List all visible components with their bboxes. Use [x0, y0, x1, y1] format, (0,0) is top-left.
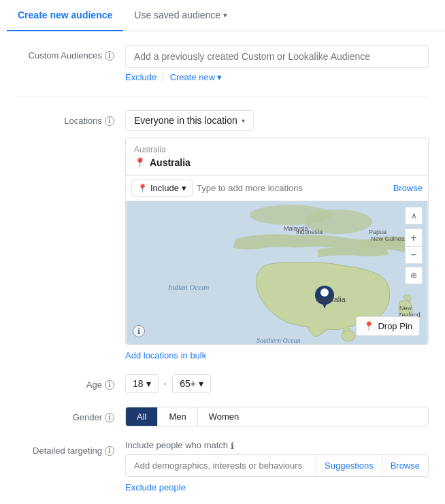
age-row: Age ℹ 18 ▾ - 65+ ▾: [16, 374, 429, 393]
suggestions-button[interactable]: Suggestions: [316, 455, 382, 476]
location-selected-area: Australia 📍 Australia: [126, 138, 428, 175]
drop-pin-icon: 📍: [363, 321, 374, 331]
custom-audiences-content: Exclude | Create new ▾: [125, 45, 429, 82]
tab-create-new[interactable]: Create new audience: [7, 0, 123, 31]
drop-pin-button[interactable]: 📍 Drop Pin: [356, 316, 420, 336]
location-item-name: Australia: [150, 157, 191, 168]
age-min-select[interactable]: 18 ▾: [125, 374, 159, 393]
svg-point-3: [342, 331, 355, 341]
create-new-button[interactable]: Create new ▾: [170, 72, 222, 82]
gender-group: All Men Women: [125, 407, 429, 426]
audience-tabs: Create new audience Use saved audience ▾: [0, 0, 445, 31]
tab-create-new-label: Create new audience: [18, 10, 112, 20]
age-max-chevron-icon: ▾: [199, 378, 203, 389]
svg-text:Papua: Papua: [369, 229, 386, 235]
create-new-chevron-icon: ▾: [217, 72, 222, 82]
custom-audiences-label: Custom Audiences ℹ: [16, 45, 125, 61]
custom-audiences-row: Custom Audiences ℹ Exclude | Create new …: [16, 45, 429, 82]
map-collapse-button[interactable]: ∧: [405, 207, 423, 224]
location-pin-icon: 📍: [134, 157, 146, 168]
location-item: 📍 Australia: [134, 157, 420, 168]
gender-content: All Men Women: [125, 407, 429, 426]
detailed-targeting-input[interactable]: [126, 455, 316, 476]
location-browse-button[interactable]: Browse: [393, 183, 423, 193]
exclude-link[interactable]: Exclude: [125, 72, 156, 82]
detailed-targeting-input-row: Suggestions Browse: [126, 455, 428, 476]
detailed-targeting-content: Include people who match ℹ Suggestions B…: [125, 440, 429, 492]
map-container: Indian Ocean Southern Ocean Indonesia Pa…: [126, 201, 428, 344]
detailed-targeting-row: Detailed targeting ℹ Include people who …: [16, 440, 429, 492]
location-type-input[interactable]: [197, 182, 389, 195]
include-match-label: Include people who match ℹ: [125, 440, 429, 450]
map-zoom-in-button[interactable]: +: [405, 229, 423, 246]
locations-label: Locations ℹ: [16, 110, 125, 126]
gender-women-button[interactable]: Women: [198, 407, 250, 426]
form-area: Custom Audiences ℹ Exclude | Create new …: [0, 31, 445, 504]
svg-text:New: New: [399, 305, 412, 312]
location-type-dropdown[interactable]: Everyone in this location ▾: [125, 110, 254, 131]
age-info-icon[interactable]: ℹ: [105, 380, 114, 390]
age-dash: -: [164, 378, 167, 389]
locations-content: Everyone in this location ▾ Australia 📍 …: [125, 110, 429, 360]
map-location-button[interactable]: ⊕: [405, 267, 423, 284]
svg-text:Indian Ocean: Indian Ocean: [167, 283, 210, 291]
svg-text:Australia: Australia: [316, 295, 346, 303]
age-max-select[interactable]: 65+ ▾: [172, 374, 211, 393]
exclude-people-link[interactable]: Exclude people: [125, 482, 186, 492]
age-label: Age ℹ: [16, 374, 125, 390]
location-dropdown-chevron-icon: ▾: [242, 117, 245, 124]
gender-all-button[interactable]: All: [126, 407, 158, 426]
detailed-targeting-browse-button[interactable]: Browse: [382, 455, 428, 476]
include-pin-icon: 📍: [137, 184, 148, 193]
gender-label: Gender ℹ: [16, 407, 125, 422]
action-separator: |: [162, 72, 164, 82]
add-locations-bulk-link[interactable]: Add locations in bulk: [125, 350, 206, 360]
detailed-targeting-info-icon[interactable]: ℹ: [105, 446, 114, 456]
svg-text:Malaysia: Malaysia: [284, 225, 308, 232]
locations-row: Locations ℹ Everyone in this location ▾ …: [16, 110, 429, 360]
audience-actions: Exclude | Create new ▾: [125, 72, 429, 82]
age-min-chevron-icon: ▾: [146, 378, 151, 389]
custom-audiences-info-icon[interactable]: ℹ: [105, 51, 114, 61]
svg-text:Southern Ocean: Southern Ocean: [257, 337, 301, 344]
chevron-down-icon: ▾: [223, 11, 227, 20]
tab-use-saved[interactable]: Use saved audience ▾: [123, 0, 238, 31]
detailed-targeting-box: Suggestions Browse: [125, 454, 429, 477]
detailed-targeting-label: Detailed targeting ℹ: [16, 440, 125, 456]
custom-audience-input[interactable]: [125, 45, 429, 68]
gender-info-icon[interactable]: ℹ: [105, 413, 114, 422]
age-content: 18 ▾ - 65+ ▾: [125, 374, 429, 393]
location-country-name: Australia: [134, 145, 420, 154]
gender-row: Gender ℹ All Men Women: [16, 407, 429, 426]
svg-text:New Guinea: New Guinea: [371, 235, 405, 242]
tab-use-saved-label: Use saved audience: [134, 10, 220, 20]
map-info-button[interactable]: ℹ: [133, 325, 145, 337]
locations-info-icon[interactable]: ℹ: [105, 116, 114, 126]
section-divider-1: [16, 96, 429, 97]
include-select[interactable]: 📍 Include ▾: [131, 180, 193, 197]
include-match-info-icon[interactable]: ℹ: [231, 441, 240, 450]
map-zoom-out-button[interactable]: −: [405, 246, 423, 264]
location-search-box: Australia 📍 Australia 📍 Include ▾ Browse: [125, 137, 429, 345]
location-input-row: 📍 Include ▾ Browse: [126, 175, 428, 201]
gender-men-button[interactable]: Men: [158, 407, 197, 426]
location-type-value: Everyone in this location: [134, 115, 237, 126]
include-chevron-icon: ▾: [182, 183, 186, 193]
